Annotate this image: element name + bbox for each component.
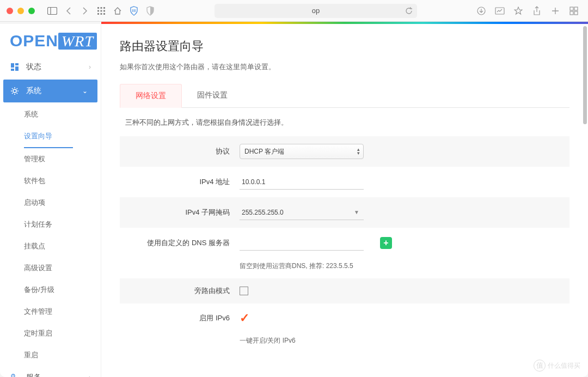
svg-rect-11 [133, 9, 134, 12]
sidebar-sub-system[interactable]: 系统 [0, 104, 101, 125]
svg-rect-2 [97, 7, 99, 9]
url-bar[interactable]: op [215, 4, 417, 18]
svg-rect-5 [97, 10, 99, 11]
sidebar-sub-reboot[interactable]: 重启 [0, 344, 101, 366]
star-icon[interactable] [513, 5, 524, 16]
url-text: op [312, 7, 320, 15]
svg-rect-17 [570, 11, 573, 15]
row-dns-hint: 留空则使用运营商DNS, 推荐: 223.5.5.5 [120, 258, 569, 278]
sidebar-sub-startup[interactable]: 启动项 [0, 192, 101, 214]
label-dns: 使用自定义的 DNS 服务器 [125, 238, 240, 248]
watermark-text: 什么值得买 [548, 361, 580, 370]
select-arrows-icon: ▴▾ [357, 148, 360, 155]
svg-point-26 [13, 375, 14, 376]
services-icon [10, 373, 20, 377]
shield-pause-icon[interactable] [128, 5, 139, 16]
chevron-right-icon: › [89, 63, 91, 71]
caret-down-icon: ▼ [354, 209, 359, 215]
back-button[interactable] [63, 5, 74, 16]
svg-rect-10 [103, 13, 105, 15]
home-icon[interactable] [112, 5, 123, 16]
svg-rect-18 [574, 11, 578, 15]
sidebar-sub-admin[interactable]: 管理权 [0, 148, 101, 170]
dropdown-ipv4-mask[interactable]: 255.255.255.0 ▼ [240, 205, 364, 220]
row-ipv6-hint: 一键开启/关闭 IPv6 [120, 333, 569, 353]
svg-rect-19 [11, 63, 14, 68]
section-description: 三种不同的上网方式，请您根据自身情况进行选择。 [120, 118, 569, 127]
sidebar-item-system[interactable]: 系统 ⌄ [3, 80, 97, 102]
sidebar-label-system: 系统 [26, 86, 41, 96]
plus-icon[interactable] [550, 5, 561, 16]
row-bypass: 旁路由模式 [120, 278, 569, 303]
label-bypass: 旁路由模式 [125, 286, 240, 296]
select-protocol-value: DHCP 客户端 [244, 147, 284, 156]
row-ipv4-mask: IPv4 子网掩码 255.255.255.0 ▼ [120, 197, 569, 228]
maximize-window-button[interactable] [28, 8, 35, 14]
grid-icon[interactable] [96, 5, 107, 16]
input-dns[interactable] [240, 235, 364, 251]
svg-rect-14 [495, 8, 504, 14]
label-ipv6: 启用 IPv6 [125, 313, 240, 323]
svg-rect-6 [101, 10, 102, 11]
sidebar-label-services: 服务 [26, 373, 41, 377]
sidebar-sub-mount[interactable]: 挂载点 [0, 235, 101, 257]
label-protocol: 协议 [125, 147, 240, 156]
download-icon[interactable] [476, 5, 487, 16]
watermark-badge-icon: 值 [534, 360, 546, 372]
share-icon[interactable] [531, 5, 542, 16]
chevron-right-icon: › [89, 374, 91, 377]
sidebar-sub-advanced[interactable]: 高级设置 [0, 257, 101, 279]
svg-rect-8 [97, 13, 99, 15]
svg-rect-9 [101, 13, 102, 15]
close-window-button[interactable] [7, 8, 13, 14]
tab-network-settings[interactable]: 网络设置 [120, 84, 182, 108]
scrollbar[interactable] [583, 26, 587, 124]
sidebar-toggle-icon[interactable] [47, 5, 58, 16]
tabs: 网络设置 固件设置 [120, 84, 569, 108]
label-ipv4-mask: IPv4 子网掩码 [125, 208, 240, 217]
minimize-window-button[interactable] [17, 8, 24, 14]
svg-rect-12 [134, 9, 136, 12]
sidebar: OPENWRT 状态 › 系统 ⌄ 系统 设置向导 管理权 软件包 启动项 计划… [0, 24, 101, 377]
watermark: 值 什么值得买 [534, 360, 580, 372]
window-controls [7, 8, 35, 14]
svg-rect-22 [11, 69, 14, 71]
row-ipv6: 启用 IPv6 ✓ [120, 303, 569, 333]
forward-button[interactable] [79, 5, 90, 16]
sidebar-item-services[interactable]: 服务 › [0, 366, 101, 377]
hint-dns: 留空则使用运营商DNS, 推荐: 223.5.5.5 [240, 262, 353, 271]
row-protocol: 协议 DHCP 客户端 ▴▾ [120, 136, 569, 167]
svg-rect-16 [574, 7, 578, 10]
tabs-icon[interactable] [568, 5, 579, 16]
main-content: 路由器设置向导 如果你首次使用这个路由器，请在这里简单设置。 网络设置 固件设置… [101, 24, 588, 377]
dropdown-ipv4-mask-value: 255.255.255.0 [242, 209, 284, 216]
refresh-icon[interactable] [405, 7, 413, 15]
half-shield-icon[interactable] [145, 5, 156, 16]
sidebar-sub-setup-wizard[interactable]: 设置向导 [24, 125, 73, 148]
sidebar-sub-files[interactable]: 文件管理 [0, 301, 101, 323]
dashboard-icon [10, 62, 20, 72]
add-dns-button[interactable]: + [380, 237, 392, 249]
svg-point-23 [13, 89, 16, 93]
svg-rect-0 [48, 7, 57, 14]
svg-rect-15 [570, 7, 573, 10]
tab-firmware-settings[interactable]: 固件设置 [182, 84, 243, 107]
input-ipv4-addr[interactable] [240, 174, 364, 190]
row-ipv4-addr: IPv4 地址 [120, 167, 569, 197]
logo: OPENWRT [0, 24, 101, 56]
sidebar-sub-backup[interactable]: 备份/升级 [0, 279, 101, 301]
checkbox-bypass[interactable] [240, 287, 248, 295]
gear-icon [10, 86, 20, 96]
chevron-down-icon: ⌄ [82, 87, 88, 95]
svg-rect-21 [15, 66, 19, 71]
sidebar-item-status[interactable]: 状态 › [0, 56, 101, 78]
sidebar-sub-scheduled[interactable]: 计划任务 [0, 214, 101, 235]
checkbox-ipv6-checked[interactable]: ✓ [240, 311, 249, 325]
browser-toolbar: op [0, 0, 588, 22]
annotate-icon[interactable] [494, 5, 505, 16]
sidebar-sub-scheduled-reboot[interactable]: 定时重启 [0, 323, 101, 344]
select-protocol[interactable]: DHCP 客户端 ▴▾ [240, 144, 364, 159]
page-title: 路由器设置向导 [120, 38, 569, 54]
row-dns: 使用自定义的 DNS 服务器 + [120, 228, 569, 258]
sidebar-sub-software[interactable]: 软件包 [0, 170, 101, 192]
